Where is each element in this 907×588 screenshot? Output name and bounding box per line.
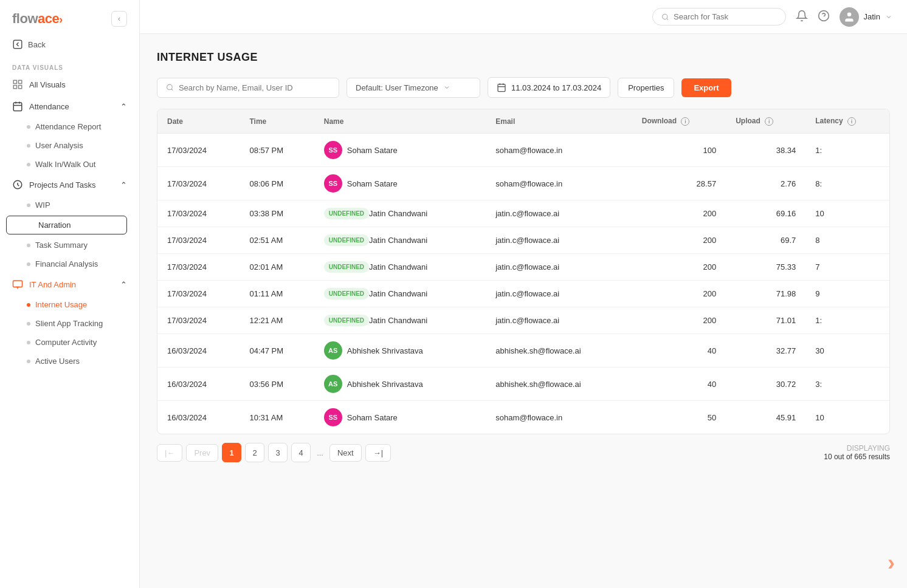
table-row: 17/03/2024 08:57 PM SS Soham Satare soha… (157, 134, 889, 167)
cell-upload: 30.72 (726, 368, 805, 401)
task-search-box[interactable] (652, 8, 786, 26)
chevron-up-icon: ⌃ (120, 280, 127, 289)
col-upload: Upload i (726, 109, 805, 134)
cell-download: 40 (632, 334, 726, 368)
sidebar-item-all-visuals[interactable]: All Visuals (0, 74, 139, 95)
cell-upload: 71.01 (726, 307, 805, 334)
cell-email: jatin.c@flowace.ai (486, 307, 632, 334)
dot-icon (27, 360, 30, 363)
next-page-button[interactable]: Next (329, 444, 362, 462)
avatar: AS (324, 341, 342, 360)
svg-point-13 (662, 14, 667, 19)
page-3-button[interactable]: 3 (268, 443, 288, 462)
cell-date: 17/03/2024 (157, 307, 240, 334)
svg-rect-1 (13, 80, 16, 83)
page-content: INTERNET USAGE Default: User Timezone 11… (140, 34, 907, 588)
page-4-button[interactable]: 4 (291, 443, 311, 462)
table-row: 17/03/2024 01:11 AM UNDEFINED Jatin Chan… (157, 281, 889, 307)
sidebar-item-task-summary[interactable]: Task Summary (0, 236, 139, 255)
cell-email: abhishek.sh@flowace.ai (486, 334, 632, 368)
cell-email: soham@flowace.in (486, 401, 632, 434)
sidebar-item-wip[interactable]: WIP (0, 196, 139, 214)
first-page-button[interactable]: |← (157, 444, 182, 462)
search-input[interactable] (674, 12, 777, 21)
back-button[interactable]: Back (0, 34, 139, 60)
cell-download: 50 (632, 401, 726, 434)
svg-rect-4 (19, 86, 22, 89)
dot-icon (27, 163, 30, 166)
svg-rect-10 (13, 281, 22, 287)
user-search-input[interactable] (179, 83, 330, 92)
user-avatar (840, 7, 859, 27)
search-icon (661, 13, 669, 21)
dot-icon (27, 262, 30, 266)
upload-info-icon[interactable]: i (765, 117, 773, 126)
dot-icon (27, 203, 30, 207)
table-row: 17/03/2024 02:01 AM UNDEFINED Jatin Chan… (157, 254, 889, 281)
cell-latency: 8 (805, 227, 889, 254)
prev-page-button[interactable]: Prev (186, 444, 218, 462)
svg-rect-2 (19, 80, 22, 83)
table-row: 17/03/2024 02:51 AM UNDEFINED Jatin Chan… (157, 227, 889, 254)
cell-time: 08:06 PM (240, 167, 314, 200)
sidebar-item-attendance-report[interactable]: Attendance Report (0, 117, 139, 136)
cell-download: 200 (632, 227, 726, 254)
user-menu[interactable]: Jatin (840, 7, 892, 27)
last-page-button[interactable]: →| (365, 444, 391, 462)
cell-date: 16/03/2024 (157, 368, 240, 401)
sidebar-item-computer-activity[interactable]: Computer Activity (0, 333, 139, 352)
cell-date: 17/03/2024 (157, 227, 240, 254)
cell-upload: 32.77 (726, 334, 805, 368)
next-label: Next (337, 448, 354, 457)
cell-date: 17/03/2024 (157, 134, 240, 167)
sidebar-item-walk-in-out[interactable]: Walk In/Walk Out (0, 155, 139, 174)
date-range-picker[interactable]: 11.03.2024 to 17.03.2024 (488, 77, 610, 98)
avatar: SS (324, 141, 342, 159)
timezone-select[interactable]: Default: User Timezone (347, 78, 480, 98)
cell-email: jatin.c@flowace.ai (486, 254, 632, 281)
sidebar-item-narration[interactable]: Narration (6, 216, 127, 234)
notification-icon[interactable] (796, 10, 808, 24)
dot-icon (27, 125, 30, 129)
download-info-icon[interactable]: i (681, 117, 689, 126)
svg-rect-3 (13, 86, 16, 89)
nav-group-it-admin[interactable]: IT And Admin ⌃ (0, 273, 139, 295)
filters-bar: Default: User Timezone 11.03.2024 to 17.… (157, 77, 890, 98)
attendance-group-label: Attendance (29, 102, 69, 111)
cell-download: 40 (632, 368, 726, 401)
page-title: INTERNET USAGE (157, 51, 890, 64)
nav-group-projects-tasks[interactable]: Projects And Tasks ⌃ (0, 174, 139, 196)
sidebar-item-active-users[interactable]: Active Users (0, 352, 139, 371)
page-2-button[interactable]: 2 (245, 443, 264, 462)
table-header-row: Date Time Name Email Download i Upload i… (157, 109, 889, 134)
properties-button[interactable]: Properties (618, 78, 674, 98)
collapse-sidebar-button[interactable]: ‹ (111, 11, 127, 27)
pagination-bar: |← Prev 1 2 3 4 ... Next →| DISPLAYING 1… (157, 434, 890, 474)
avatar: SS (324, 408, 342, 426)
export-button[interactable]: Export (681, 78, 731, 97)
cell-upload: 45.91 (726, 401, 805, 434)
cell-email: abhishek.sh@flowace.ai (486, 368, 632, 401)
sidebar-item-user-analysis[interactable]: User Analysis (0, 136, 139, 155)
logo-part1: flow (12, 11, 38, 26)
cell-name: UNDEFINED Jatin Chandwani (314, 281, 486, 307)
cell-date: 16/03/2024 (157, 334, 240, 368)
date-range-label: 11.03.2024 to 17.03.2024 (511, 83, 601, 92)
pagination-info: DISPLAYING 10 out of 665 results (824, 444, 890, 461)
latency-info-icon[interactable]: i (847, 117, 856, 126)
svg-point-17 (847, 12, 851, 16)
user-search-box[interactable] (157, 78, 339, 98)
cell-latency: 3: (805, 368, 889, 401)
page-1-button[interactable]: 1 (222, 443, 241, 462)
cell-download: 28.57 (632, 167, 726, 200)
chevron-up-icon: ⌃ (120, 180, 127, 190)
back-label: Back (28, 40, 46, 49)
sidebar-item-financial-analysis[interactable]: Financial Analysis (0, 255, 139, 273)
nav-group-attendance[interactable]: Attendance ⌃ (0, 95, 139, 117)
cell-time: 02:01 AM (240, 254, 314, 281)
help-icon[interactable] (818, 10, 830, 24)
sidebar-item-silent-app-tracking[interactable]: Slient App Tracking (0, 314, 139, 333)
cell-name: SS Soham Satare (314, 134, 486, 167)
cell-name: AS Abhishek Shrivastava (314, 368, 486, 401)
sidebar-item-internet-usage[interactable]: Internet Usage (0, 295, 139, 314)
